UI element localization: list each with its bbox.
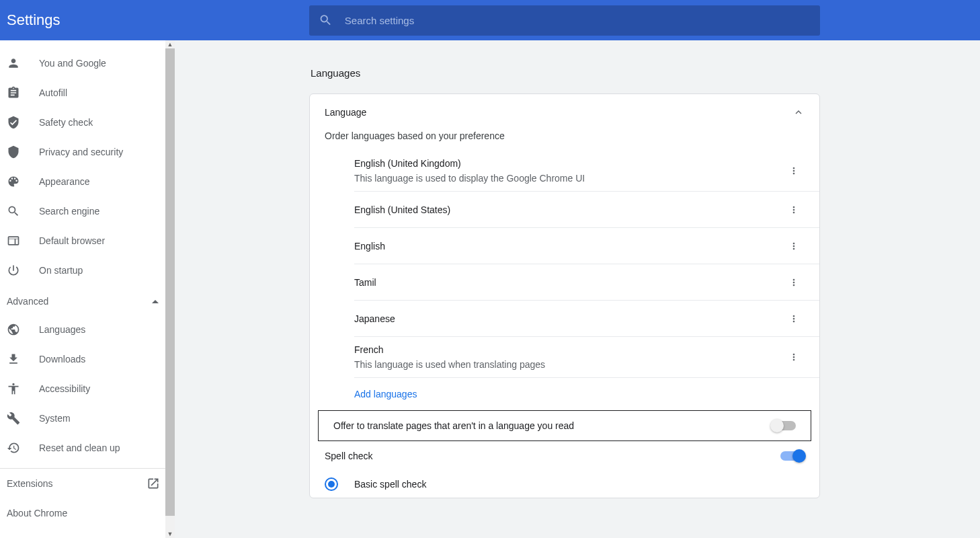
language-name: English (United Kingdom) (354, 156, 585, 171)
search-icon (319, 13, 333, 28)
main-content: Languages Language Order languages based… (175, 40, 980, 538)
more-vert-icon (788, 241, 799, 252)
language-name: Tamil (354, 275, 376, 290)
sidebar-item-autofill[interactable]: Autofill (0, 78, 175, 108)
language-name: English (354, 239, 385, 254)
sidebar-item-label: Search engine (39, 206, 99, 217)
wrench-icon (7, 412, 20, 425)
basic-spell-label: Basic spell check (354, 479, 426, 490)
sidebar-item-safety-check[interactable]: Safety check (0, 108, 175, 137)
scroll-up-arrow-icon[interactable]: ▲ (165, 40, 175, 48)
language-more-button[interactable] (783, 272, 805, 293)
globe-icon (7, 323, 20, 336)
search-icon (7, 204, 20, 218)
more-vert-icon (788, 204, 799, 215)
advanced-label: Advanced (7, 296, 48, 307)
shield-icon (7, 145, 20, 159)
search-container[interactable] (309, 5, 820, 36)
sidebar-scrollbar[interactable]: ▲ ▼ (165, 40, 175, 538)
more-vert-icon (788, 277, 799, 288)
search-input[interactable] (345, 15, 811, 26)
language-more-button[interactable] (783, 346, 805, 368)
language-list: English (United Kingdom) This language i… (310, 151, 819, 410)
order-description: Order languages based on your preference (310, 130, 819, 151)
clipboard-icon (7, 86, 20, 100)
sidebar-item-on-startup[interactable]: On startup (0, 256, 175, 285)
sidebar-item-label: Safety check (39, 117, 93, 128)
chevron-up-icon (792, 106, 805, 118)
open-in-new-icon (147, 477, 160, 490)
language-row: English (United Kingdom) This language i… (354, 151, 819, 192)
section-title: Languages (311, 67, 820, 79)
sidebar-item-downloads[interactable]: Downloads (0, 344, 175, 374)
language-row: Tamil (354, 264, 819, 301)
sidebar: You and Google Autofill Safety check Pri… (0, 40, 175, 538)
sidebar-item-system[interactable]: System (0, 404, 175, 433)
add-languages-button[interactable]: Add languages (354, 378, 819, 410)
accessibility-icon (7, 382, 20, 395)
advanced-toggle[interactable]: Advanced (0, 285, 175, 315)
sidebar-item-reset[interactable]: Reset and clean up (0, 433, 175, 463)
basic-spell-check-row[interactable]: Basic spell check (310, 471, 819, 498)
language-desc: This language is used when translating p… (354, 357, 545, 372)
sidebar-item-label: Languages (39, 324, 85, 335)
more-vert-icon (788, 352, 799, 362)
sidebar-item-label: Autofill (39, 87, 67, 98)
language-row: English (United States) (354, 192, 819, 228)
sidebar-item-default-browser[interactable]: Default browser (0, 226, 175, 256)
sidebar-item-label: You and Google (39, 58, 106, 69)
sidebar-item-languages[interactable]: Languages (0, 315, 175, 344)
sidebar-item-search-engine[interactable]: Search engine (0, 196, 175, 226)
palette-icon (7, 175, 20, 188)
language-row: Japanese (354, 301, 819, 337)
page-title: Settings (7, 11, 309, 29)
sidebar-item-label: Accessibility (39, 383, 90, 394)
sidebar-item-label: Default browser (39, 235, 105, 246)
language-row: French This language is used when transl… (354, 337, 819, 378)
power-icon (7, 264, 20, 277)
scroll-down-arrow-icon[interactable]: ▼ (165, 530, 175, 538)
language-more-button[interactable] (783, 160, 805, 182)
extensions-label: Extensions (7, 478, 52, 489)
shield-check-icon (7, 116, 20, 129)
person-icon (7, 56, 20, 70)
sidebar-item-you-and-google[interactable]: You and Google (0, 48, 175, 78)
sidebar-item-label: Privacy and security (39, 147, 123, 157)
restore-icon (7, 441, 20, 455)
scrollbar-thumb[interactable] (165, 48, 175, 516)
download-icon (7, 352, 20, 366)
translate-toggle[interactable] (772, 421, 796, 430)
more-vert-icon (788, 313, 799, 324)
sidebar-item-about-chrome[interactable]: About Chrome (0, 498, 175, 528)
sidebar-item-extensions[interactable]: Extensions (0, 469, 175, 498)
language-more-button[interactable] (783, 308, 805, 330)
spellcheck-toggle-row[interactable]: Spell check (310, 441, 819, 471)
language-name: English (United States) (354, 202, 450, 217)
translate-toggle-row[interactable]: Offer to translate pages that aren't in … (318, 410, 811, 441)
language-more-button[interactable] (783, 199, 805, 221)
sidebar-item-label: System (39, 413, 71, 424)
language-more-button[interactable] (783, 235, 805, 257)
spellcheck-toggle[interactable] (780, 451, 805, 461)
sidebar-item-label: Appearance (39, 176, 90, 187)
about-label: About Chrome (7, 508, 67, 518)
translate-toggle-label: Offer to translate pages that aren't in … (333, 420, 574, 431)
radio-selected-icon[interactable] (325, 477, 338, 491)
language-desc: This language is used to display the Goo… (354, 171, 585, 186)
card-header-label: Language (325, 107, 366, 118)
sidebar-item-label: Reset and clean up (39, 443, 120, 453)
sidebar-item-appearance[interactable]: Appearance (0, 167, 175, 196)
sidebar-item-label: Downloads (39, 354, 85, 364)
caret-up-icon (152, 300, 159, 303)
more-vert-icon (788, 165, 799, 176)
language-card: Language Order languages based on your p… (309, 93, 820, 498)
sidebar-item-accessibility[interactable]: Accessibility (0, 374, 175, 404)
sidebar-item-label: On startup (39, 265, 83, 276)
app-header: Settings (0, 0, 980, 40)
browser-icon (7, 234, 20, 247)
spellcheck-label: Spell check (325, 451, 373, 461)
language-name: Japanese (354, 311, 395, 326)
sidebar-item-privacy-security[interactable]: Privacy and security (0, 137, 175, 167)
language-name: French (354, 342, 545, 357)
language-card-header[interactable]: Language (310, 94, 819, 130)
